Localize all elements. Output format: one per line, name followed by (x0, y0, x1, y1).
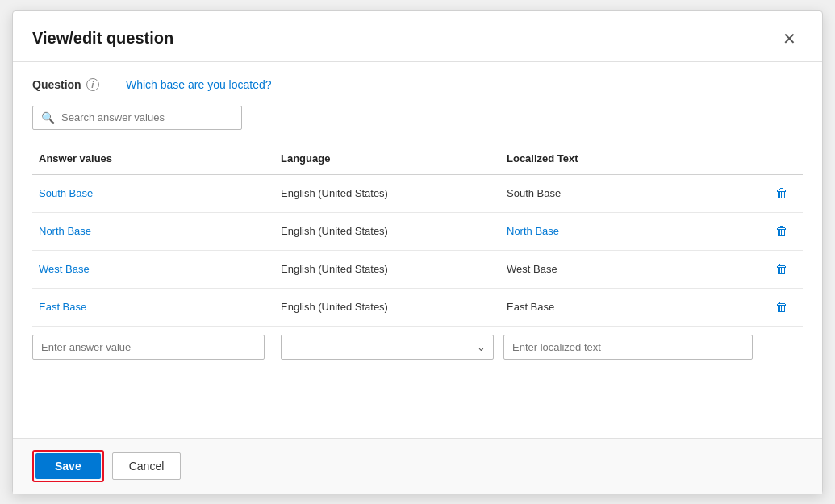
dialog-footer: Save Cancel (13, 438, 822, 494)
question-row: Question i Which base are you located? (32, 78, 803, 91)
localized-text-2: North Base (500, 217, 762, 245)
question-text: Which base are you located? (126, 78, 272, 91)
question-label: Question i (32, 78, 113, 91)
dialog-title: View/edit question (32, 29, 173, 48)
info-icon[interactable]: i (86, 78, 99, 91)
localized-text-3: West Base (500, 255, 762, 283)
answer-value-4: East Base (32, 293, 274, 321)
search-input-wrapper: 🔍 (32, 106, 242, 130)
search-container: 🔍 (32, 106, 803, 130)
search-input[interactable] (61, 111, 233, 123)
delete-cell-3: 🗑 (762, 251, 803, 288)
language-1: English (United States) (274, 179, 500, 207)
col-header-localized: Localized Text (500, 149, 762, 168)
language-select[interactable]: English (United States) French (France) … (281, 335, 494, 360)
table-row: West Base English (United States) West B… (32, 251, 803, 289)
answer-value-2: North Base (32, 217, 274, 245)
answer-value-3: West Base (32, 255, 274, 283)
col-header-answer: Answer values (32, 149, 274, 168)
view-edit-question-dialog: View/edit question ✕ Question i Which ba… (12, 10, 823, 494)
answer-value-1: South Base (32, 179, 274, 207)
save-button-wrapper: Save (32, 450, 104, 482)
language-2: English (United States) (274, 217, 500, 245)
cancel-button[interactable]: Cancel (112, 452, 182, 480)
table-header: Answer values Language Localized Text (32, 143, 803, 175)
add-localized-input[interactable] (503, 335, 753, 360)
language-select-wrapper: English (United States) French (France) … (281, 335, 494, 360)
delete-button-4[interactable]: 🗑 (769, 297, 795, 318)
delete-button-2[interactable]: 🗑 (769, 221, 795, 242)
question-label-text: Question (32, 78, 81, 91)
col-header-language: Language (274, 149, 500, 168)
table-row: North Base English (United States) North… (32, 213, 803, 251)
table-row: East Base English (United States) East B… (32, 289, 803, 327)
col-header-action (762, 149, 803, 168)
dialog-body: Question i Which base are you located? 🔍… (13, 62, 822, 438)
add-localized-cell (500, 331, 762, 363)
add-language-cell: English (United States) French (France) … (274, 331, 500, 363)
add-answer-cell (32, 331, 274, 363)
language-4: English (United States) (274, 293, 500, 321)
delete-cell-4: 🗑 (762, 289, 803, 326)
localized-text-4: East Base (500, 293, 762, 321)
delete-button-3[interactable]: 🗑 (769, 259, 795, 280)
search-icon: 🔍 (41, 111, 55, 124)
answer-table: Answer values Language Localized Text So… (32, 143, 803, 363)
delete-cell-1: 🗑 (762, 175, 803, 212)
close-button[interactable]: ✕ (776, 26, 803, 52)
language-3: English (United States) (274, 255, 500, 283)
dialog-header: View/edit question ✕ (13, 11, 822, 62)
add-answer-input[interactable] (32, 335, 265, 360)
table-row: South Base English (United States) South… (32, 175, 803, 213)
delete-button-1[interactable]: 🗑 (769, 183, 795, 204)
add-row: English (United States) French (France) … (32, 331, 803, 363)
delete-cell-2: 🗑 (762, 213, 803, 250)
localized-text-1: South Base (500, 179, 762, 207)
save-button[interactable]: Save (35, 453, 101, 479)
